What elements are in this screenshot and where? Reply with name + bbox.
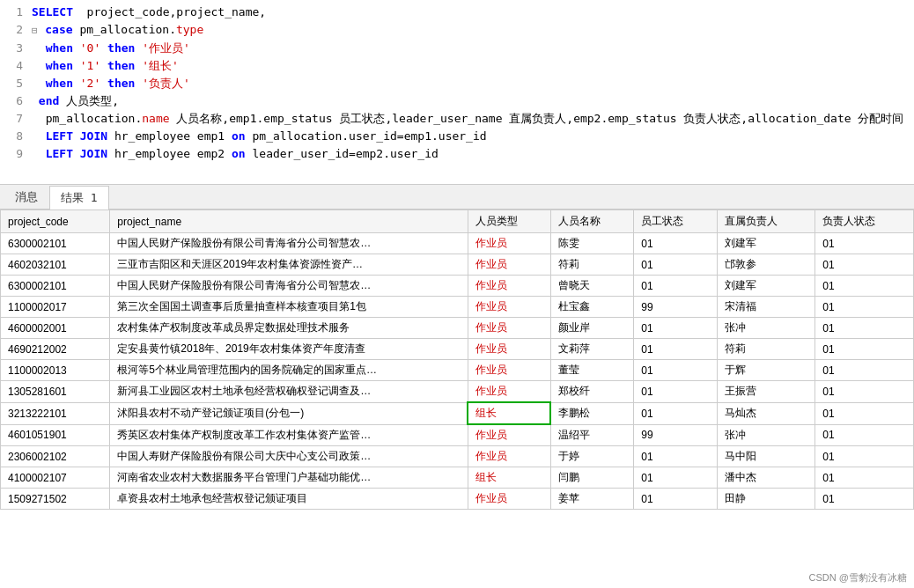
table-row[interactable]: 4600002001农村集体产权制度改革成员界定数据处理技术服务作业员颜业岸01… [1,318,914,339]
table-cell: 01 [815,489,914,510]
table-cell: 1100002017 [1,297,110,318]
table-cell: 6300002101 [1,233,110,254]
table-cell: 1509271502 [1,489,110,510]
table-cell: 1100002013 [1,360,110,381]
table-row[interactable]: 4601051901秀英区农村集体产权制度改革工作农村集体资产监管…作业员温绍平… [1,424,914,446]
table-cell: 符莉 [717,339,815,360]
table-cell: 李鹏松 [550,402,633,424]
table-row[interactable]: 1100002013根河等5个林业局管理范围内的国务院确定的国家重点…作业员董莹… [1,360,914,381]
table-cell: 01 [815,318,914,339]
results-area[interactable]: project_codeproject_name人员类型人员名称员工状态直属负责… [0,209,914,588]
table-cell: 闫鹏 [550,467,633,489]
column-header: project_code [1,210,110,233]
table-cell: 作业员 [468,276,550,297]
table-cell: 作业员 [468,297,550,318]
table-cell: 马灿杰 [717,402,815,424]
column-header: project_name [110,210,468,233]
table-cell: 组长 [468,467,550,489]
table-cell: 01 [815,446,914,467]
table-cell: 作业员 [468,360,550,381]
table-cell: 01 [634,489,717,510]
table-cell: 1305281601 [1,381,110,403]
table-cell: 作业员 [468,446,550,467]
table-cell: 三亚市吉阳区和天涯区2019年农村集体资源性资产… [110,254,468,276]
table-row[interactable]: 1509271502卓资县农村土地承包经营权登记颁证项目作业员姜苹01田静01 [1,489,914,510]
table-row[interactable]: 2306002102中国人寿财产保险股份有限公司大庆中心支公司政策…作业员于婷0… [1,446,914,467]
table-row[interactable]: 1100002017第三次全国国土调查事后质量抽查样本核查项目第1包作业员杜宝鑫… [1,297,914,318]
table-cell: 中国人寿财产保险股份有限公司大庆中心支公司政策… [110,446,468,467]
table-cell: 作业员 [468,254,550,276]
line-number: 3 [4,40,23,57]
table-row[interactable]: 3213222101沭阳县农村不动产登记颁证项目(分包一)组长李鹏松01马灿杰0… [1,402,914,424]
table-cell: 作业员 [468,489,550,510]
table-cell: 01 [634,467,717,489]
line-number: 8 [4,128,23,145]
table-cell: 田静 [717,489,815,510]
table-row[interactable]: 4690212002定安县黄竹镇2018年、2019年农村集体资产年度清查作业员… [1,339,914,360]
line-number: 5 [4,75,23,92]
table-cell: 作业员 [468,424,550,446]
table-cell: 01 [634,402,717,424]
line-number: 7 [4,110,23,128]
table-cell: 作业员 [468,233,550,254]
table-cell: 刘建军 [717,276,815,297]
table-cell: 于婷 [550,446,633,467]
tab-results[interactable]: 结果 1 [49,186,109,209]
table-cell: 中国人民财产保险股份有限公司青海省分公司智慧农… [110,233,468,254]
table-cell: 01 [815,467,914,489]
code-line-6: 6 end 人员类型, [0,92,914,110]
code-line-2: 2⊟ case pm_allocation.type [0,21,914,40]
code-line-5: 5 when '2' then '负责人' [0,75,914,92]
table-cell: 定安县黄竹镇2018年、2019年农村集体资产年度清查 [110,339,468,360]
table-cell: 01 [634,360,717,381]
column-header: 员工状态 [634,210,717,233]
table-cell: 01 [815,297,914,318]
table-cell: 组长 [468,402,550,424]
table-cell: 马中阳 [717,446,815,467]
table-cell: 王振营 [717,381,815,403]
table-cell: 01 [815,360,914,381]
table-cell: 4100002107 [1,467,110,489]
table-cell: 01 [815,254,914,276]
code-editor: 1SELECT project_code,project_name,2⊟ cas… [0,0,914,185]
table-cell: 2306002102 [1,446,110,467]
tab-messages[interactable]: 消息 [4,185,49,209]
table-cell: 01 [815,381,914,403]
table-cell: 01 [634,446,717,467]
table-cell: 01 [634,233,717,254]
table-cell: 刘建军 [717,233,815,254]
watermark: CSDN @雪豹没有冰糖 [809,571,907,584]
tabs-bar: 消息 结果 1 [0,185,914,209]
code-line-9: 9 LEFT JOIN hr_employee emp2 on leader_u… [0,145,914,163]
table-cell: 第三次全国国土调查事后质量抽查样本核查项目第1包 [110,297,468,318]
table-row[interactable]: 6300002101中国人民财产保险股份有限公司青海省分公司智慧农…作业员陈雯0… [1,233,914,254]
table-cell: 01 [634,381,717,403]
table-row[interactable]: 4602032101三亚市吉阳区和天涯区2019年农村集体资源性资产…作业员符莉… [1,254,914,276]
table-cell: 01 [815,276,914,297]
table-cell: 秀英区农村集体产权制度改革工作农村集体资产监管… [110,424,468,446]
code-line-1: 1SELECT project_code,project_name, [0,4,914,21]
table-cell: 4602032101 [1,254,110,276]
table-cell: 宋清福 [717,297,815,318]
table-row[interactable]: 6300002101中国人民财产保险股份有限公司青海省分公司智慧农…作业员曾晓天… [1,276,914,297]
code-line-4: 4 when '1' then '组长' [0,57,914,75]
column-header: 负责人状态 [815,210,914,233]
line-number: 4 [4,57,23,75]
table-cell: 颜业岸 [550,318,633,339]
table-cell: 曾晓天 [550,276,633,297]
table-row[interactable]: 4100002107河南省农业农村大数据服务平台管理门户基础功能优…组长闫鹏01… [1,467,914,489]
table-cell: 张冲 [717,318,815,339]
table-row[interactable]: 1305281601新河县工业园区农村土地承包经营权确权登记调查及…作业员郑校纤… [1,381,914,403]
table-cell: 01 [634,254,717,276]
table-cell: 4601051901 [1,424,110,446]
column-header: 人员类型 [468,210,550,233]
table-cell: 温绍平 [550,424,633,446]
line-number: 6 [4,92,23,110]
table-cell: 根河等5个林业局管理范围内的国务院确定的国家重点… [110,360,468,381]
table-cell: 农村集体产权制度改革成员界定数据处理技术服务 [110,318,468,339]
column-header: 直属负责人 [717,210,815,233]
table-cell: 4600002001 [1,318,110,339]
table-cell: 99 [634,424,717,446]
line-number: 9 [4,145,23,163]
table-cell: 作业员 [468,318,550,339]
